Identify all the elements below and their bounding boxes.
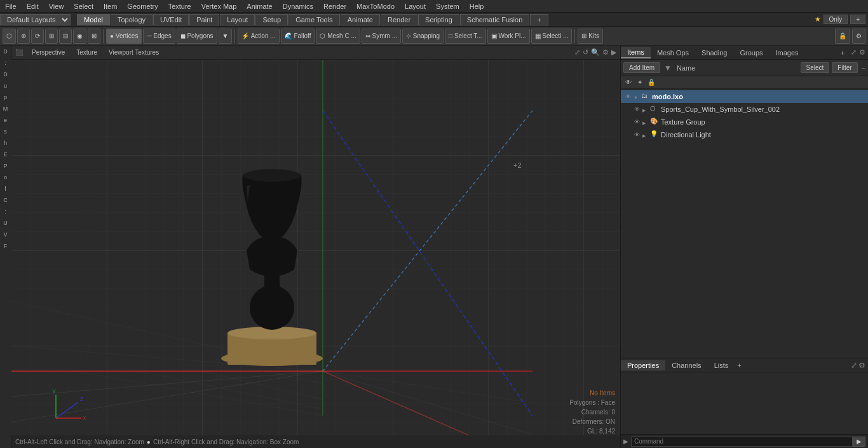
kits-button[interactable]: ⊞ Kits (578, 29, 602, 44)
tab-mesh-ops[interactable]: Mesh Ops (651, 48, 695, 58)
vis-icon-0[interactable]: 👁 (623, 92, 632, 101)
viewport-expand-icon[interactable]: ⬛ (15, 49, 23, 56)
tab-properties[interactable]: Properties (621, 360, 665, 370)
sidebar-tool-1[interactable]: : (1, 60, 11, 70)
sidebar-tool-4[interactable]: p (1, 94, 11, 104)
tab-scripting[interactable]: Scripting (418, 14, 459, 25)
mesh-c-button[interactable]: ⬡ Mesh C ... (316, 29, 360, 44)
sidebar-tool-2[interactable]: D (1, 71, 11, 81)
command-run-button[interactable]: ▶ (853, 437, 865, 447)
sidebar-tool-11[interactable]: o (1, 174, 11, 184)
sidebar-tool-12[interactable]: l (1, 186, 11, 196)
sidebar-tool-16[interactable]: V (1, 231, 11, 241)
vp-icon-expand[interactable]: ⤢ (574, 48, 580, 57)
menu-view[interactable]: View (44, 1, 69, 11)
menu-render[interactable]: Render (318, 1, 351, 11)
tab-shading[interactable]: Shading (695, 48, 733, 58)
props-add-tab[interactable]: + (737, 362, 741, 369)
expand-3[interactable] (642, 131, 650, 139)
tool-scale[interactable]: ⊞ (45, 29, 58, 44)
tab-paint[interactable]: Paint (189, 14, 219, 25)
add-tab-icon[interactable]: + (837, 49, 848, 57)
menu-texture[interactable]: Texture (163, 1, 196, 11)
tab-setup[interactable]: Setup (255, 14, 288, 25)
tab-add[interactable]: + (530, 14, 548, 25)
sidebar-tool-5[interactable]: M (1, 105, 11, 116)
items-minus-icon[interactable]: − (862, 64, 865, 72)
menu-edit[interactable]: Edit (22, 1, 44, 11)
tab-items[interactable]: Items (621, 47, 651, 58)
tab-channels[interactable]: Channels (665, 360, 707, 370)
perspective-label[interactable]: Perspective (29, 48, 67, 57)
item-row-directional-light[interactable]: 👁 💡 Directional Light (621, 128, 868, 141)
only-button[interactable]: Only (824, 15, 848, 24)
symm-button[interactable]: ⇔ Symm ... (362, 29, 401, 44)
item-row-modo-lxo[interactable]: 👁 🗂 modo.lxo (621, 90, 868, 103)
mode-vertices[interactable]: ● Vertices (106, 29, 142, 44)
sidebar-tool-6[interactable]: e (1, 117, 11, 127)
sidebar-tool-3[interactable]: u (1, 83, 11, 93)
texture-label[interactable]: Texture (74, 48, 100, 57)
select-button[interactable]: Select (801, 62, 830, 73)
item-row-sports-cup[interactable]: 👁 ⬡ Sports_Cup_With_Symbol_Silver_002 (621, 103, 868, 116)
menu-select[interactable]: Select (69, 1, 98, 11)
props-settings-icon[interactable]: ⚙ (858, 361, 865, 370)
falloff-button[interactable]: 🌊 Falloff (281, 29, 315, 44)
vis-icon-1[interactable]: 👁 (632, 105, 641, 114)
viewport-textures-label[interactable]: Viewport Textures (106, 48, 161, 57)
mode-dropdown[interactable]: ▼ (219, 29, 233, 44)
sidebar-tool-14[interactable]: : (1, 208, 11, 219)
sidebar-tool-7[interactable]: s (1, 128, 11, 139)
viewport-settings[interactable]: ⚙ (852, 29, 865, 44)
tab-schematic-fusion[interactable]: Schematic Fusion (460, 14, 529, 25)
tab-topology[interactable]: Topology (111, 14, 153, 25)
select-t-button[interactable]: □ Select T... (445, 29, 486, 44)
tab-lists[interactable]: Lists (708, 360, 735, 370)
tab-game-tools[interactable]: Game Tools (288, 14, 340, 25)
expand-1[interactable] (642, 105, 650, 113)
menu-system[interactable]: System (431, 1, 465, 11)
expand-2[interactable] (642, 118, 650, 126)
props-expand-icon[interactable]: ⤢ (851, 361, 857, 370)
vp-icon-more[interactable]: ▶ (611, 48, 616, 57)
tab-render[interactable]: Render (381, 14, 417, 25)
menu-geometry[interactable]: Geometry (122, 1, 163, 11)
tab-model[interactable]: Model (77, 14, 110, 25)
command-input[interactable] (631, 437, 853, 447)
menu-file[interactable]: File (0, 1, 22, 11)
tab-groups[interactable]: Groups (733, 48, 769, 58)
tool-rotate[interactable]: ⟳ (31, 29, 44, 44)
menu-layout[interactable]: Layout (400, 1, 431, 11)
tab-animate[interactable]: Animate (341, 14, 380, 25)
tab-uvedit[interactable]: UVEdit (153, 14, 189, 25)
menu-animate[interactable]: Animate (241, 1, 277, 11)
action-button[interactable]: ⚡ Action ... (238, 29, 279, 44)
sidebar-tool-8[interactable]: h (1, 140, 11, 150)
tool-select[interactable]: ⬡ (3, 29, 16, 44)
tool-extra1[interactable]: ⊠ (88, 29, 100, 44)
menu-vertex-map[interactable]: Vertex Map (196, 1, 242, 11)
sidebar-tool-17[interactable]: F (1, 243, 11, 253)
add-layout-button[interactable]: + (850, 15, 865, 24)
snapping-button[interactable]: ⊹ Snapping (402, 29, 444, 44)
add-item-dropdown[interactable]: ▼ (664, 64, 672, 72)
vp-icon-settings[interactable]: ⚙ (602, 48, 609, 57)
viewport-canvas[interactable]: +2 (11, 60, 620, 448)
tool-transform[interactable]: ⊕ (17, 29, 30, 44)
vis-icon-3[interactable]: 👁 (632, 130, 641, 139)
items-panel-expand[interactable]: ⤢ (851, 48, 857, 57)
mode-edges[interactable]: ─ Edges (143, 29, 175, 44)
selecti-button[interactable]: ▦ Selecti ... (531, 29, 573, 44)
items-panel-settings[interactable]: ⚙ (859, 48, 865, 57)
sidebar-tool-13[interactable]: C (1, 197, 11, 207)
menu-help[interactable]: Help (465, 1, 489, 11)
viewport-lock[interactable]: 🔒 (835, 29, 850, 44)
sidebar-tool-15[interactable]: U (1, 220, 11, 230)
vis-icon-2[interactable]: 👁 (632, 118, 641, 126)
tab-layout[interactable]: Layout (220, 14, 255, 25)
work-pl-button[interactable]: ▣ Work Pl... (487, 29, 530, 44)
menu-dynamics[interactable]: Dynamics (278, 1, 318, 11)
vp-icon-refresh[interactable]: ↺ (583, 48, 588, 57)
menu-item[interactable]: Item (98, 1, 122, 11)
mode-polygons[interactable]: ◼ Polygons (177, 29, 217, 44)
